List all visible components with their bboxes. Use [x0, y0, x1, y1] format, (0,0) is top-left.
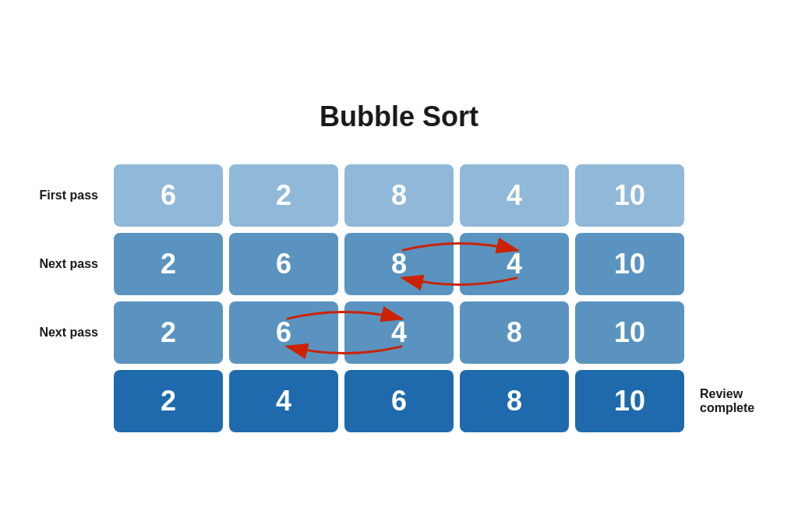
cell-r0-c3: 4	[460, 164, 569, 227]
cell-r1-c3: 4	[460, 233, 569, 295]
cell-r1-c0: 2	[114, 233, 223, 295]
page-title: Bubble Sort	[320, 100, 478, 133]
bubble-sort-grid: First pass628410Next pass268410Next pass…	[30, 164, 768, 432]
row-label-0: First pass	[30, 188, 108, 203]
cell-r2-c4: 10	[575, 301, 684, 364]
row-label-1: Next pass	[30, 257, 108, 271]
row-1: Next pass268410	[30, 233, 768, 295]
cell-r1-c2: 8	[344, 233, 454, 295]
cell-r3-c3: 8	[460, 370, 569, 432]
cell-r0-c0: 6	[114, 164, 223, 227]
row-2: Next pass264810	[30, 301, 768, 364]
row-suffix-3: Review complete	[690, 387, 768, 415]
cell-r3-c1: 4	[229, 370, 338, 432]
cell-r3-c0: 2	[114, 370, 223, 432]
row-0: First pass628410	[30, 164, 768, 227]
row-label-2: Next pass	[30, 326, 108, 340]
cell-r3-c2: 6	[344, 370, 454, 432]
cell-r0-c1: 2	[229, 164, 338, 227]
cell-r1-c4: 10	[575, 233, 684, 295]
cell-r2-c3: 8	[460, 301, 569, 364]
cell-r2-c2: 4	[344, 301, 454, 364]
cell-r3-c4: 10	[575, 370, 684, 432]
cell-r0-c2: 8	[344, 164, 454, 227]
cell-r0-c4: 10	[575, 164, 684, 227]
row-3: 246810Review complete	[30, 370, 768, 432]
cell-r2-c0: 2	[114, 301, 223, 364]
cell-r1-c1: 6	[229, 233, 338, 295]
cell-r2-c1: 6	[229, 301, 338, 364]
